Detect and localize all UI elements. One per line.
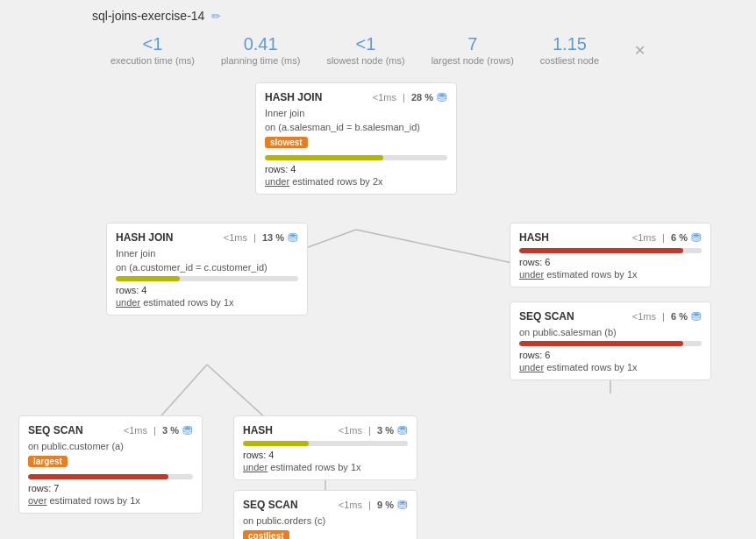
node-hash-mid-right[interactable]: HASH <1ms | 6 % ⛃ rows: 6 under estimate… bbox=[510, 223, 711, 287]
close-button[interactable]: ✕ bbox=[634, 42, 645, 59]
db-icon-bot-mid2: ⛃ bbox=[397, 498, 408, 512]
node-top-title: HASH JOIN bbox=[265, 91, 322, 103]
progress-mid-left bbox=[116, 276, 298, 281]
stat-planning-time: 0.41 planning time (ms) bbox=[221, 33, 300, 67]
node-seq-scan-bot-mid2[interactable]: SEQ SCAN <1ms | 9 % ⛃ on public.orders (… bbox=[233, 490, 417, 539]
node-hash-join-top[interactable]: HASH JOIN <1ms | 28 % ⛃ Inner join on (a… bbox=[255, 82, 457, 195]
stat-costliest-node: 1.15 costliest node bbox=[540, 33, 599, 67]
db-icon-mid-right2: ⛃ bbox=[691, 309, 702, 323]
badge-largest: largest bbox=[28, 456, 68, 467]
stat-slowest-node: <1 slowest node (ms) bbox=[326, 33, 404, 67]
progress-bot-left bbox=[28, 474, 193, 479]
page-title: sql-joins-exercise-14 bbox=[92, 9, 204, 23]
db-icon-bot-left: ⛃ bbox=[182, 423, 193, 437]
stat-execution-time: <1 execution time (ms) bbox=[111, 33, 195, 67]
progress-top bbox=[265, 155, 447, 160]
db-icon-top: ⛃ bbox=[437, 90, 447, 104]
stat-largest-node: 7 largest node (rows) bbox=[431, 33, 514, 67]
node-top-meta: <1ms | 28 % ⛃ bbox=[373, 90, 447, 104]
node-seq-scan-mid-right2[interactable]: SEQ SCAN <1ms | 6 % ⛃ on public.salesman… bbox=[510, 301, 711, 380]
edit-icon[interactable]: ✏ bbox=[211, 10, 221, 23]
db-icon-mid-right: ⛃ bbox=[691, 230, 702, 245]
node-hash-bot-mid[interactable]: HASH <1ms | 3 % ⛃ rows: 4 under estimate… bbox=[233, 415, 417, 480]
badge-slowest: slowest bbox=[265, 137, 308, 148]
db-icon-bot-mid: ⛃ bbox=[397, 423, 408, 437]
node-seq-scan-bot-left[interactable]: SEQ SCAN <1ms | 3 % ⛃ on public.customer… bbox=[18, 415, 203, 514]
progress-mid-right2 bbox=[519, 341, 702, 346]
db-icon-mid-left: ⛃ bbox=[288, 230, 298, 245]
node-hash-join-mid-left[interactable]: HASH JOIN <1ms | 13 % ⛃ Inner join on (a… bbox=[106, 223, 308, 316]
progress-bot-mid bbox=[243, 441, 408, 446]
badge-costliest: costliest bbox=[243, 530, 289, 539]
progress-mid-right bbox=[519, 248, 702, 253]
